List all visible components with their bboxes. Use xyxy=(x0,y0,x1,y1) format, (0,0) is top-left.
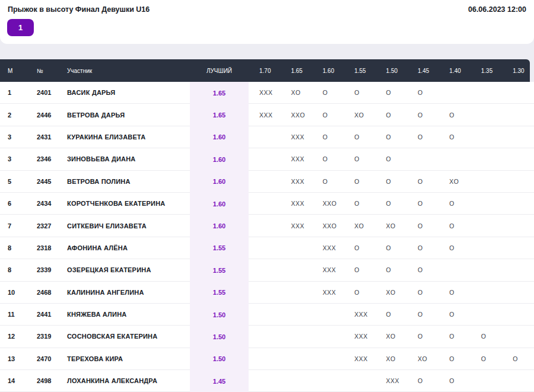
cell-attempt-marks xyxy=(249,148,280,170)
cell-best-height: 1.50 xyxy=(190,348,249,370)
group-tab-button[interactable]: 1 xyxy=(7,19,34,36)
cell-attempt-marks: O xyxy=(376,148,407,170)
cell-bib: 2319 xyxy=(29,326,59,348)
cell-attempt-marks: O xyxy=(312,82,344,104)
cell-attempt-marks: O xyxy=(438,215,470,237)
cell-attempt-marks: O xyxy=(407,215,438,237)
cell-attempt-marks xyxy=(502,304,534,326)
height-column-header: 1.65 xyxy=(280,59,312,82)
cell-attempt-marks: O xyxy=(376,259,407,281)
cell-attempt-marks xyxy=(471,82,502,104)
cell-attempt-marks xyxy=(471,193,502,215)
cell-attempt-marks xyxy=(502,193,534,215)
cell-attempt-marks xyxy=(471,215,502,237)
cell-athlete: КОРОТЧЕНКОВА ЕКАТЕРИНА xyxy=(59,193,190,215)
cell-attempt-marks: O xyxy=(344,82,375,104)
results-table: М № Участник ЛУЧШИЙ 1.701.651.601.551.50… xyxy=(0,59,534,392)
cell-place: 12 xyxy=(0,326,29,348)
cell-attempt-marks: O xyxy=(344,148,375,170)
cell-attempt-marks xyxy=(344,370,375,392)
cell-attempt-marks: XXX xyxy=(249,104,280,126)
cell-best-height: 1.60 xyxy=(190,215,249,237)
cell-attempt-marks xyxy=(502,82,534,104)
table-row: 102468КАЛИНИНА АНГЕЛИНА1.55XXXOXOOO xyxy=(0,282,534,304)
cell-attempt-marks xyxy=(471,148,502,170)
cell-attempt-marks: XXO xyxy=(312,215,344,237)
cell-attempt-marks: O xyxy=(344,171,375,193)
cell-athlete: ВЕТРОВА ПОЛИНА xyxy=(59,171,190,193)
cell-attempt-marks xyxy=(471,126,502,148)
cell-attempt-marks: O xyxy=(344,237,375,259)
height-column-header: 1.50 xyxy=(376,59,407,82)
cell-attempt-marks: O xyxy=(438,126,470,148)
cell-athlete: ЗИНОВЬЕВА ДИАНА xyxy=(59,148,190,170)
cell-attempt-marks: XXX xyxy=(344,304,375,326)
cell-best-height: 1.55 xyxy=(190,237,249,259)
event-datetime: 06.06.2023 12:00 xyxy=(468,5,526,14)
cell-attempt-marks: O xyxy=(312,104,344,126)
cell-attempt-marks: O xyxy=(344,259,375,281)
event-header-card: Прыжок в высоту Финал Девушки U16 06.06.… xyxy=(0,0,534,44)
cell-athlete: КУРАКИНА ЕЛИЗАВЕТА xyxy=(59,126,190,148)
cell-bib: 2434 xyxy=(29,193,59,215)
cell-bib: 2498 xyxy=(29,370,59,392)
cell-best-height: 1.60 xyxy=(190,148,249,170)
cell-attempt-marks: O xyxy=(407,193,438,215)
cell-bib: 2468 xyxy=(29,282,59,304)
cell-attempt-marks: XXO xyxy=(312,193,344,215)
height-column-header: 1.45 xyxy=(407,59,438,82)
cell-attempt-marks: O xyxy=(471,326,502,348)
table-row: 132470ТЕРЕХОВА КИРА1.50XXXXOXOOOO xyxy=(0,348,534,370)
cell-attempt-marks: O xyxy=(438,370,470,392)
cell-attempt-marks xyxy=(249,326,280,348)
cell-athlete: ВАСИК ДАРЬЯ xyxy=(59,82,190,104)
cell-attempt-marks xyxy=(249,237,280,259)
table-row: 22446ВЕТРОВА ДАРЬЯ1.65XXXXXOOXOOOO xyxy=(0,104,534,126)
cell-attempt-marks: XO xyxy=(407,348,438,370)
cell-attempt-marks: O xyxy=(376,104,407,126)
cell-attempt-marks: O xyxy=(344,282,375,304)
cell-attempt-marks xyxy=(312,304,344,326)
cell-attempt-marks xyxy=(280,304,312,326)
table-row: 82339ОЗЕРЕЦКАЯ ЕКАТЕРИНА1.55XXXOOO xyxy=(0,259,534,281)
cell-attempt-marks xyxy=(471,370,502,392)
cell-attempt-marks xyxy=(249,126,280,148)
height-column-header: 1.35 xyxy=(471,59,502,82)
cell-athlete: АФОНИНА АЛЁНА xyxy=(59,237,190,259)
cell-attempt-marks: XXX xyxy=(344,326,375,348)
cell-attempt-marks xyxy=(280,237,312,259)
cell-bib: 2470 xyxy=(29,348,59,370)
cell-place: 3 xyxy=(0,148,29,170)
cell-attempt-marks xyxy=(471,237,502,259)
cell-best-height: 1.55 xyxy=(190,259,249,281)
cell-attempt-marks: O xyxy=(312,171,344,193)
cell-attempt-marks: O xyxy=(407,370,438,392)
cell-attempt-marks xyxy=(407,148,438,170)
cell-attempt-marks xyxy=(249,215,280,237)
table-row: 122319СОСНОВСКАЯ ЕКАТЕРИНА1.50XXXXOOOO xyxy=(0,326,534,348)
table-row: 62434КОРОТЧЕНКОВА ЕКАТЕРИНА1.60XXXXXOOOO… xyxy=(0,193,534,215)
cell-attempt-marks: O xyxy=(438,348,470,370)
cell-attempt-marks: XO xyxy=(438,171,470,193)
cell-attempt-marks: XO xyxy=(376,282,407,304)
cell-best-height: 1.50 xyxy=(190,304,249,326)
col-header-athlete: Участник xyxy=(59,59,190,82)
cell-attempt-marks xyxy=(438,82,470,104)
height-column-header: 1.70 xyxy=(249,59,280,82)
cell-place: 10 xyxy=(0,282,29,304)
cell-attempt-marks xyxy=(502,104,534,126)
cell-attempt-marks: O xyxy=(438,326,470,348)
cell-bib: 2441 xyxy=(29,304,59,326)
cell-best-height: 1.45 xyxy=(190,370,249,392)
table-row: 32431КУРАКИНА ЕЛИЗАВЕТА1.60XXXOOOOO xyxy=(0,126,534,148)
cell-place: 3 xyxy=(0,126,29,148)
event-title: Прыжок в высоту Финал Девушки U16 xyxy=(8,5,150,14)
cell-attempt-marks: O xyxy=(376,193,407,215)
cell-attempt-marks: XXX xyxy=(312,237,344,259)
cell-athlete: КНЯЖЕВА АЛИНА xyxy=(59,304,190,326)
table-body: 12401ВАСИК ДАРЬЯ1.65XXXXOOOOO22446ВЕТРОВ… xyxy=(0,82,534,392)
cell-attempt-marks: O xyxy=(438,193,470,215)
cell-attempt-marks xyxy=(502,171,534,193)
cell-attempt-marks: O xyxy=(438,282,470,304)
cell-place: 1 xyxy=(0,82,29,104)
